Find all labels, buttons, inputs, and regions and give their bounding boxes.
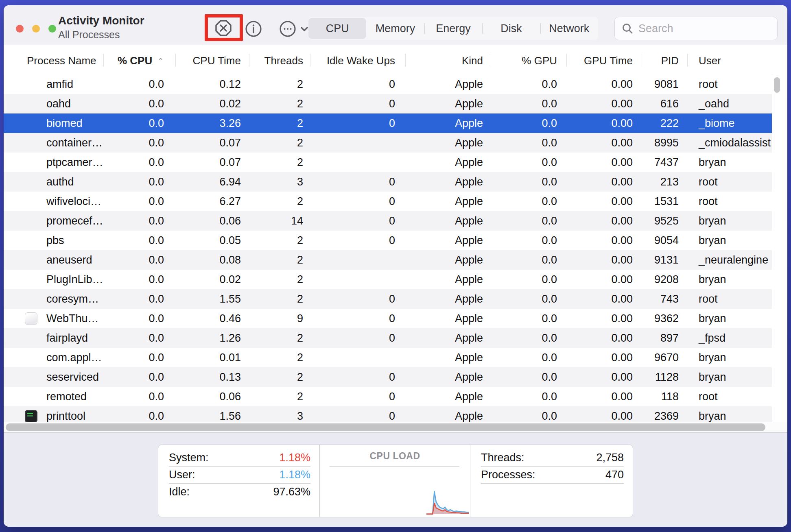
cell-cpu_time: 1.56 xyxy=(175,406,249,422)
table-row[interactable]: PlugInLib…0.00.022Apple0.00.009208bryan xyxy=(4,270,772,289)
cell-user: bryan xyxy=(687,348,772,367)
table-row[interactable]: seserviced0.00.1320Apple0.00.001128bryan xyxy=(4,367,772,387)
table-row[interactable]: coresym…0.01.5520Apple0.00.00743root xyxy=(4,289,772,309)
tab-cpu[interactable]: CPU xyxy=(308,18,366,39)
cell-cpu_time: 0.02 xyxy=(175,94,249,113)
table-row[interactable]: authd0.06.9430Apple0.00.00213root xyxy=(4,172,772,192)
table-header: Process Name% CPU⌃CPU TimeThreadsIdle Wa… xyxy=(4,45,787,75)
cell-name: coresym… xyxy=(4,289,103,309)
table-row[interactable]: biomed0.03.2620Apple0.00.00222_biome xyxy=(4,113,772,133)
table-row[interactable]: com.appl…0.00.012Apple0.00.009670bryan xyxy=(4,348,772,367)
vertical-scrollbar[interactable] xyxy=(772,74,787,422)
table-row[interactable]: container…0.00.072Apple0.00.008995_cmiod… xyxy=(4,133,772,153)
vertical-scrollbar-thumb[interactable] xyxy=(774,77,780,93)
system-value: 1.18% xyxy=(279,451,310,464)
column-header-user[interactable]: User xyxy=(687,45,787,74)
column-header-name[interactable]: Process Name xyxy=(4,45,103,74)
counts-section: Threads: 2,758 Processes: 470 xyxy=(470,445,633,517)
search-input[interactable] xyxy=(638,22,761,35)
cell-pid: 9081 xyxy=(642,74,687,94)
column-header-kind[interactable]: Kind xyxy=(405,45,491,74)
cell-kind: Apple xyxy=(405,74,491,94)
chevron-down-icon xyxy=(300,24,309,35)
cell-pid: 222 xyxy=(642,113,687,133)
cell-gpu: 0.0 xyxy=(491,289,566,309)
cell-gpu: 0.0 xyxy=(491,172,566,192)
processes-label: Processes: xyxy=(481,469,535,481)
cell-kind: Apple xyxy=(405,250,491,270)
cell-cpu: 0.0 xyxy=(103,113,175,133)
minimize-window-button[interactable] xyxy=(32,25,40,33)
cell-kind: Apple xyxy=(405,387,491,406)
cell-threads: 2 xyxy=(249,328,310,348)
cell-name: seserviced xyxy=(4,367,103,387)
table-row[interactable]: amfid0.00.1220Apple0.00.009081root xyxy=(4,74,772,94)
cell-idle: 0 xyxy=(310,406,405,422)
close-window-button[interactable] xyxy=(16,25,24,33)
cell-name: WebThu… xyxy=(4,309,103,328)
column-divider xyxy=(175,54,176,67)
search-field[interactable] xyxy=(614,17,778,40)
tab-disk[interactable]: Disk xyxy=(482,17,540,40)
tab-memory[interactable]: Memory xyxy=(366,17,424,40)
table-row[interactable]: fairplayd0.01.2620Apple0.00.00897_fpsd xyxy=(4,328,772,348)
window-title: Activity Monitor xyxy=(58,14,144,27)
table-row[interactable]: remoted0.00.0620Apple0.00.00118root xyxy=(4,387,772,406)
table-row[interactable]: printtool0.01.5630Apple0.00.002369bryan xyxy=(4,406,772,422)
table-row[interactable]: promecef…0.00.06140Apple0.00.009525bryan xyxy=(4,211,772,231)
cell-threads: 2 xyxy=(249,270,310,289)
column-header-cpu_time[interactable]: CPU Time xyxy=(175,45,249,74)
column-header-gpu_time[interactable]: GPU Time xyxy=(566,45,642,74)
cell-idle: 0 xyxy=(310,387,405,406)
cell-idle: 0 xyxy=(310,328,405,348)
cell-pid: 7437 xyxy=(642,153,687,172)
cell-cpu_time: 6.27 xyxy=(175,192,249,211)
inspect-process-button[interactable] xyxy=(245,20,262,38)
table-row[interactable]: oahd0.00.0220Apple0.00.00616_oahd xyxy=(4,94,772,113)
cell-name: biomed xyxy=(4,113,103,133)
cell-kind: Apple xyxy=(405,94,491,113)
tab-energy-label: Energy xyxy=(436,22,471,35)
cell-pid: 897 xyxy=(642,328,687,348)
cell-cpu: 0.0 xyxy=(103,153,175,172)
cell-user: _cmiodalassist xyxy=(687,133,772,153)
zoom-window-button[interactable] xyxy=(48,25,56,33)
tab-network[interactable]: Network xyxy=(540,17,598,40)
cell-cpu: 0.0 xyxy=(103,367,175,387)
cell-name: com.appl… xyxy=(4,348,103,367)
title-block: Activity Monitor All Processes xyxy=(58,14,144,41)
table-row[interactable]: pbs0.00.0520Apple0.00.009054bryan xyxy=(4,231,772,250)
column-header-idle[interactable]: Idle Wake Ups xyxy=(310,45,405,74)
annotation-box xyxy=(205,14,243,41)
tab-energy[interactable]: Energy xyxy=(424,17,482,40)
cell-user: bryan xyxy=(687,367,772,387)
horizontal-scrollbar-thumb[interactable] xyxy=(6,423,765,431)
cell-name: wifiveloci… xyxy=(4,192,103,211)
table-row[interactable]: WebThu…0.00.4690Apple0.00.009362bryan xyxy=(4,309,772,328)
table-row[interactable]: wifiveloci…0.06.2720Apple0.00.001531root xyxy=(4,192,772,211)
cell-kind: Apple xyxy=(405,133,491,153)
cell-threads: 2 xyxy=(249,74,310,94)
cell-pid: 616 xyxy=(642,94,687,113)
column-header-gpu[interactable]: % GPU xyxy=(491,45,566,74)
cell-kind: Apple xyxy=(405,270,491,289)
cpu-usage-section: System: 1.18% User: 1.18% Idle: 97.63% xyxy=(158,445,320,517)
cell-cpu: 0.0 xyxy=(103,406,175,422)
column-header-pid[interactable]: PID xyxy=(642,45,687,74)
horizontal-scrollbar[interactable] xyxy=(4,422,787,433)
idle-usage-row: Idle: 97.63% xyxy=(169,484,310,500)
table-row[interactable]: aneuserd0.00.082Apple0.00.009131_neurale… xyxy=(4,250,772,270)
column-header-threads[interactable]: Threads xyxy=(249,45,310,74)
cell-gpu_time: 0.00 xyxy=(566,250,642,270)
cell-user: _biome xyxy=(687,113,772,133)
user-label: User: xyxy=(169,469,195,481)
user-value: 1.18% xyxy=(279,469,310,481)
more-options-button[interactable] xyxy=(279,20,307,38)
cell-user: root xyxy=(687,172,772,192)
table-row[interactable]: ptpcamer…0.00.072Apple0.00.007437bryan xyxy=(4,153,772,172)
cell-kind: Apple xyxy=(405,406,491,422)
cell-kind: Apple xyxy=(405,211,491,231)
column-divider xyxy=(405,54,406,67)
tab-cpu-label: CPU xyxy=(326,22,349,35)
column-header-cpu[interactable]: % CPU⌃ xyxy=(103,45,175,74)
